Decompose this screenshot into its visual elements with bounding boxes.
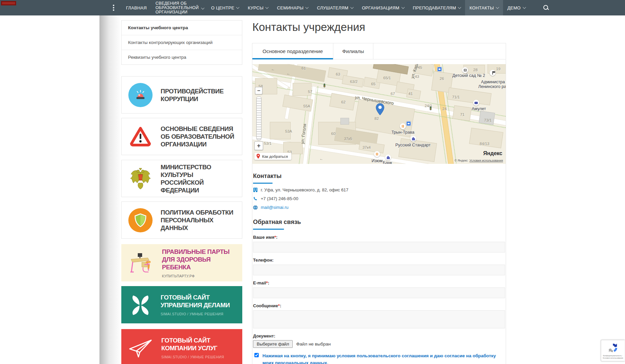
email-link[interactable]: mail@simai.ru [261, 205, 289, 210]
poi-label: Детский сад № 2 [452, 73, 485, 78]
map-building-number: 71 [460, 112, 465, 117]
red-indicator-badge [1, 1, 16, 5]
chevron-down-icon [523, 6, 526, 9]
paper-plane-icon [128, 336, 153, 360]
nav-item-kursy[interactable]: КУРСЫ [243, 0, 273, 15]
message-textarea[interactable] [253, 310, 505, 328]
tab-main-division[interactable]: Основное подразделение [252, 43, 333, 59]
recaptcha-icon [607, 342, 619, 354]
nav-item-seminary[interactable]: СЕМИНАРЫ [273, 0, 312, 15]
oneway-arrow: ← [286, 71, 291, 76]
map-building-number: 71/1 [452, 95, 460, 99]
map-building-number: 53/1 [264, 141, 272, 145]
tab-branches[interactable]: Филиалы [333, 43, 373, 59]
poi-label: Русский Стандарт [395, 143, 431, 147]
email-input[interactable] [253, 287, 505, 298]
nav-item-organizaciyam[interactable]: ОРГАНИЗАЦИЯМ [358, 0, 409, 15]
nav-item-svedeniya[interactable]: СВЕДЕНИЯ ОБ ОБРАЗОВАТЕЛЬНОЙ ОРГАНИЗАЦИИ [151, 0, 207, 15]
nav-items: ГЛАВНАЯ СВЕДЕНИЯ ОБ ОБРАЗОВАТЕЛЬНОЙ ОРГА… [122, 0, 530, 15]
directions-button[interactable]: Как добраться [254, 153, 291, 160]
transit-stop-icon [406, 121, 411, 126]
recaptcha-text: Конфиденциальность - Условия использован… [602, 355, 623, 359]
desk-illustration [128, 251, 154, 275]
nav-item-main[interactable]: ГЛАВНАЯ [122, 0, 151, 15]
sidebar-item-contacts-orgs[interactable]: Контакты контролирующих организаций [122, 35, 242, 50]
sidebar-item-contacts-center[interactable]: Контакты учебного центра [122, 20, 242, 35]
banner-desks[interactable]: ПРАВИЛЬНЫЕ ПАРТЫ ДЛЯ ЗДОРОВЬЯ РЕБЕНКА КУ… [121, 244, 242, 281]
file-status: Файл не выбран [296, 342, 331, 347]
nav-item-kontakty[interactable]: КОНТАКТЫ [465, 0, 503, 15]
heading-underline [253, 229, 284, 230]
nav-item-o-centre[interactable]: О ЦЕНТРЕ [207, 0, 243, 15]
traffic-light-icon [430, 106, 431, 110]
restaurant-icon [400, 123, 406, 129]
map-building-number: 62 [341, 100, 346, 104]
restaurant-icon [374, 151, 380, 157]
chevron-down-icon [305, 6, 309, 9]
consent-checkbox[interactable] [254, 353, 259, 357]
nav-item-prepodavatelyam[interactable]: ПРЕПОДАВАТЕЛЯМ [409, 0, 465, 15]
phone-input[interactable] [253, 265, 505, 275]
map-building-number: 24 [443, 107, 447, 111]
map-building [479, 111, 495, 125]
search-icon[interactable] [543, 4, 549, 11]
banner-basic-info[interactable]: ОСНОВНЫЕ СВЕДЕНИЯ ОБ ОБРАЗОВАТЕЛЬНОЙ ОРГ… [121, 118, 242, 155]
banner-personal-data-policy[interactable]: ПОЛИТИКА ОБРАБОТКИ ПЕРСОНАЛЬНЫХ ДАННЫХ [121, 201, 242, 239]
poi-label: Трын-Трава [391, 130, 414, 135]
map-building [283, 142, 303, 154]
yandex-map[interactable]: ул. Чернышевского ул. Гоголя ул. Карла М… [252, 64, 506, 164]
map-building-number: 65 [371, 82, 376, 86]
map-building-number: 28 [473, 68, 478, 72]
map-building-number: 55A [303, 104, 310, 108]
zoom-in-button[interactable]: + [254, 141, 263, 150]
choose-file-button[interactable]: Выберите файл [253, 340, 293, 348]
nav-item-demo[interactable]: ДЕМО [503, 0, 530, 15]
map-building-number: 84/13 [480, 142, 490, 146]
phone-label: Телефон: [253, 258, 505, 263]
building-icon [253, 187, 258, 192]
chevron-down-icon [350, 6, 353, 9]
map-building-number: 37к5 [344, 137, 352, 141]
banner-site-services[interactable]: ГОТОВЫЙ САЙТ КОМПАНИИ УСЛУГ SIMAI.STUDIO… [121, 329, 242, 364]
banner-site-affairs[interactable]: ГОТОВЫЙ САЙТ УПРАВЛЕНИЯ ДЕЛАМИ SIMAI.STU… [121, 286, 242, 323]
consent-row: Нажимая на кнопку, я принимаю условия по… [253, 352, 505, 364]
phone-row: +7 (347) 246-85-00 [253, 196, 505, 201]
map-building-number: 61 [302, 66, 306, 70]
poi-label: Администра [481, 80, 505, 84]
zoom-slider[interactable] [256, 96, 261, 140]
recaptcha-badge[interactable]: Конфиденциальность - Условия использован… [601, 340, 625, 361]
contacts-heading: Контакты [253, 173, 505, 180]
name-input[interactable] [253, 242, 505, 253]
tabs: Основное подразделение Филиалы [252, 43, 506, 59]
map-building-number: 63/2 [350, 80, 358, 84]
message-label: Сообщение*: [253, 303, 505, 308]
banner-ministry-culture[interactable]: МИНИСТЕРСТВО КУЛЬТУРЫ РОССИЙСКОЙ ФЕДЕРАЦ… [121, 160, 242, 197]
kebab-menu-icon[interactable] [113, 5, 114, 11]
warning-triangle-icon [128, 125, 153, 149]
email-row: mail@simai.ru [253, 205, 505, 210]
top-navbar: ГЛАВНАЯ СВЕДЕНИЯ ОБ ОБРАЗОВАТЕЛЬНОЙ ОРГА… [0, 0, 625, 15]
chevron-down-icon [496, 6, 499, 9]
consent-text: Нажимая на кнопку, я принимаю условия по… [262, 352, 505, 364]
map-building-number: 67 [391, 92, 395, 96]
butterfly-logo [128, 293, 153, 317]
banner-anticorruption[interactable]: ПРОТИВОДЕЙСТВИЕ КОРРУПЦИИ [121, 76, 242, 113]
nav-item-slushatelyam[interactable]: СЛУШАТЕЛЯМ [312, 0, 358, 15]
traffic-light-icon [324, 84, 325, 87]
map-building [340, 118, 349, 125]
oneway-arrow: ← [319, 156, 324, 161]
map-building-number: 19 [496, 67, 501, 71]
contacts-section: Контакты г. Уфа, ул. Чернышевского, д. 8… [252, 173, 506, 364]
map-building-number: 57 [308, 90, 312, 94]
poi-label: Ленинского ра [478, 84, 506, 89]
page-left-shadow [99, 15, 121, 364]
chevron-down-icon [265, 6, 269, 9]
zoom-out-button[interactable]: − [255, 87, 262, 94]
heading-underline [253, 183, 273, 184]
yandex-logo[interactable]: Яндекс [483, 150, 502, 156]
sidebar-item-requisites[interactable]: Реквизиты учебного центра [122, 50, 242, 64]
chevron-down-icon [201, 6, 205, 10]
name-label: Ваше имя*: [253, 235, 505, 240]
terms-link[interactable]: Условия использования [469, 159, 503, 162]
map-building-number: 60 [331, 132, 336, 136]
